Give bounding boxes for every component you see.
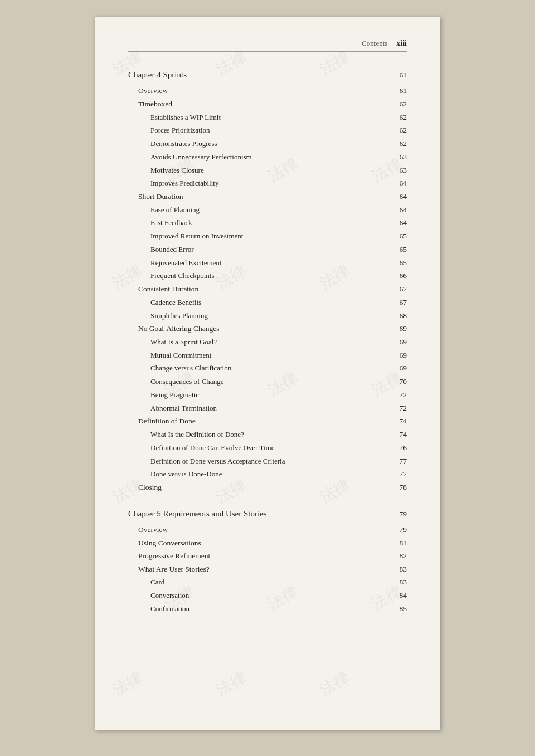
entry-page: 63: [391, 150, 407, 164]
entry-title: Cadence Benefits: [128, 296, 201, 309]
entry-page: 64: [391, 203, 407, 217]
entry-title: Establishes a WIP Limit: [128, 111, 221, 124]
toc-entry: Motivates Closure63: [128, 164, 407, 177]
entry-page: 63: [391, 164, 407, 177]
entry-title: Improved Return on Investment: [128, 230, 243, 243]
entry-page: 85: [391, 602, 407, 616]
entry-title: Definition of Done versus Acceptance Cri…: [128, 455, 285, 468]
entry-page: 74: [391, 414, 407, 428]
entry-title: Consistent Duration: [128, 282, 198, 296]
entry-title: Mutual Commitment: [128, 349, 211, 362]
entry-title: Improves Predictability: [128, 177, 218, 190]
entry-page: 68: [391, 309, 407, 323]
entry-title: Card: [128, 576, 164, 589]
chapter-spacer: [128, 494, 407, 506]
entry-page: 79: [391, 508, 407, 521]
toc-entry: Mutual Commitment69: [128, 349, 407, 362]
entry-page: 67: [391, 282, 407, 296]
toc-entry: Definition of Done Can Evolve Over Time7…: [128, 441, 407, 455]
entry-page: 61: [391, 84, 407, 97]
entry-title: Confirmation: [128, 603, 189, 616]
entry-title: Avoids Unnecessary Perfectionism: [128, 151, 252, 164]
entry-page: 78: [391, 481, 407, 494]
entry-page: 69: [391, 362, 407, 375]
toc-entry: Rejuvenated Excitement65: [128, 256, 407, 270]
entry-title: Change versus Clarification: [128, 362, 231, 375]
toc-entry: Being Pragmatic72: [128, 388, 407, 402]
entry-title: Consequences of Change: [128, 375, 223, 388]
entry-page: 62: [391, 111, 407, 124]
toc-entry: Done versus Done-Done77: [128, 467, 407, 481]
toc-entry: Timeboxed62: [128, 97, 407, 111]
entry-page: 61: [391, 69, 407, 82]
entry-page: 69: [391, 322, 407, 335]
entry-title: Short Duration: [128, 190, 183, 203]
toc-entry: What Are User Stories?83: [128, 563, 407, 576]
entry-title: Chapter 4 Sprints: [128, 67, 187, 82]
entry-page: 64: [391, 190, 407, 203]
entry-title: Motivates Closure: [128, 164, 204, 177]
entry-page: 76: [391, 441, 407, 455]
entry-title: What Is the Definition of Done?: [128, 428, 244, 441]
page: 法律 法律 法律 法律 法律 法律 法律 法律 法律 法律 法律 法律 法律 法…: [95, 17, 440, 730]
entry-page: 64: [391, 216, 407, 230]
entry-page: 65: [391, 243, 407, 256]
entry-page: 69: [391, 349, 407, 362]
entry-title: No Goal-Altering Changes: [128, 322, 219, 335]
entry-page: 77: [391, 455, 407, 468]
toc-entry: Card83: [128, 575, 407, 589]
entry-title: What Is a Sprint Goal?: [128, 336, 217, 349]
entry-title: Using Conversations: [128, 536, 201, 550]
entry-title: Ease of Planning: [128, 204, 200, 217]
toc-entry: Abnormal Termination72: [128, 402, 407, 415]
entry-page: 77: [391, 467, 407, 481]
toc-entry: No Goal-Altering Changes69: [128, 322, 407, 335]
toc-list: Chapter 4 Sprints61Overview61Timeboxed62…: [128, 67, 407, 616]
toc-entry: Conversation84: [128, 589, 407, 602]
header-page-number: xiii: [396, 39, 407, 48]
entry-page: 65: [391, 256, 407, 270]
toc-entry: Ease of Planning64: [128, 203, 407, 217]
entry-page: 83: [391, 575, 407, 589]
entry-page: 65: [391, 230, 407, 243]
entry-title: Overview: [128, 84, 168, 97]
header-contents-label: Contents: [362, 39, 387, 48]
toc-entry: Cadence Benefits67: [128, 296, 407, 309]
entry-title: Chapter 5 Requirements and User Stories: [128, 506, 267, 521]
toc-entry: Using Conversations81: [128, 536, 407, 550]
entry-title: Timeboxed: [128, 97, 172, 111]
toc-entry: Definition of Done versus Acceptance Cri…: [128, 455, 407, 468]
toc-entry: Confirmation85: [128, 602, 407, 616]
entry-page: 84: [391, 589, 407, 602]
toc-entry: Closing78: [128, 481, 407, 494]
entry-title: Rejuvenated Excitement: [128, 257, 221, 270]
entry-page: 72: [391, 388, 407, 402]
toc-entry: What Is a Sprint Goal?69: [128, 335, 407, 349]
toc-entry: Avoids Unnecessary Perfectionism63: [128, 150, 407, 164]
entry-title: Fast Feedback: [128, 217, 192, 230]
toc-entry: Establishes a WIP Limit62: [128, 111, 407, 124]
toc-entry: Consistent Duration67: [128, 282, 407, 296]
entry-page: 67: [391, 296, 407, 309]
entry-page: 70: [391, 375, 407, 388]
toc-entry: Definition of Done74: [128, 414, 407, 428]
entry-page: 64: [391, 177, 407, 190]
toc-entry: Frequent Checkpoints66: [128, 269, 407, 282]
toc-entry: What Is the Definition of Done?74: [128, 428, 407, 441]
entry-title: Abnormal Termination: [128, 402, 217, 415]
toc-entry: Improves Predictability64: [128, 177, 407, 190]
entry-page: 66: [391, 269, 407, 282]
entry-title: Done versus Done-Done: [128, 468, 222, 481]
entry-page: 62: [391, 97, 407, 111]
toc-entry: Fast Feedback64: [128, 216, 407, 230]
entry-title: Definition of Done: [128, 414, 196, 428]
entry-title: Progressive Refinement: [128, 549, 210, 563]
toc-entry: Short Duration64: [128, 190, 407, 203]
entry-title: Frequent Checkpoints: [128, 270, 214, 282]
entry-title: Definition of Done Can Evolve Over Time: [128, 442, 274, 455]
entry-page: 62: [391, 137, 407, 150]
entry-title: Simplifies Planning: [128, 310, 208, 323]
entry-page: 81: [391, 536, 407, 550]
entry-page: 83: [391, 563, 407, 576]
toc-entry: Improved Return on Investment65: [128, 230, 407, 243]
